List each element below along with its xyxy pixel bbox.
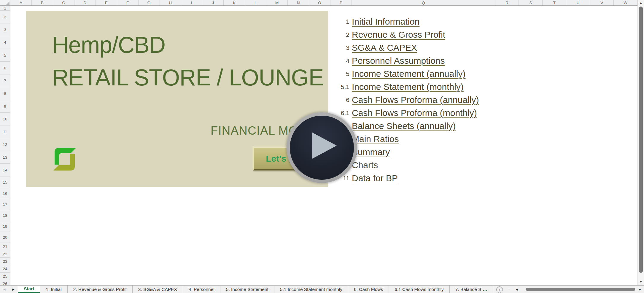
row-header-10[interactable]: 10 (0, 113, 10, 125)
toc-row: 11Data for BP (332, 172, 479, 185)
column-header-C[interactable]: C (53, 0, 74, 5)
column-header-F[interactable]: F (117, 0, 139, 5)
toc-link-1[interactable]: Revenue & Gross Profit (352, 30, 445, 40)
toc-number: 5.1 (332, 83, 349, 90)
column-header-U[interactable]: U (566, 0, 590, 5)
row-header-11[interactable]: 11 (0, 125, 10, 138)
column-header-G[interactable]: G (139, 0, 160, 5)
row-header-17[interactable]: 17 (0, 199, 10, 210)
row-header-5[interactable]: 5 (0, 49, 10, 62)
sheet-tab-2-revenue-gross-profit[interactable]: 2. Revenue & Gross Profit (68, 286, 133, 293)
column-header-O[interactable]: O (309, 0, 330, 5)
toc-link-10[interactable]: Summary (352, 147, 390, 157)
column-header-A[interactable]: A (10, 0, 32, 5)
row-header-20[interactable]: 20 (0, 232, 10, 243)
sheet-tab-4-personnel[interactable]: 4. Personnel (183, 286, 220, 293)
row-header-16[interactable]: 16 (0, 188, 10, 199)
row-header-4[interactable]: 4 (0, 36, 10, 49)
toc-link-3[interactable]: Personnel Assumptions (352, 56, 445, 66)
column-header-R[interactable]: R (495, 0, 519, 5)
add-sheet-button[interactable]: + (496, 286, 503, 293)
row-header-12[interactable]: 12 (0, 138, 10, 151)
toc-link-12[interactable]: Data for BP (352, 173, 398, 183)
row-header-18[interactable]: 18 (0, 210, 10, 221)
row-header-26[interactable]: 26 (0, 280, 10, 285)
horizontal-scrollbar-track[interactable] (521, 286, 635, 293)
row-header-8[interactable]: 8 (0, 87, 10, 100)
row-header-25[interactable]: 25 (0, 273, 10, 280)
horizontal-scrollbar[interactable]: ◄ ► (513, 286, 644, 293)
toc-link-11[interactable]: Charts (352, 160, 378, 170)
toc-link-2[interactable]: SG&A & CAPEX (352, 43, 417, 53)
toc-row: 2Revenue & Gross Profit (332, 28, 479, 41)
row-header-3[interactable]: 3 (0, 23, 10, 36)
row-header-9[interactable]: 9 (0, 100, 10, 113)
toc-link-0[interactable]: Initial Information (352, 17, 419, 27)
scroll-up-icon[interactable]: ▲ (638, 1, 644, 4)
tab-scroll-left-icon[interactable]: ◄ (0, 286, 9, 293)
select-all-corner[interactable] (0, 0, 10, 5)
row-header-7[interactable]: 7 (0, 74, 10, 87)
row-header-13[interactable]: 13 (0, 151, 10, 164)
toc-link-8[interactable]: Balance Sheets (annually) (352, 121, 456, 131)
row-header-23[interactable]: 23 (0, 258, 10, 265)
sheet-tab-start[interactable]: Start (18, 286, 40, 293)
row-header-19[interactable]: 19 (0, 221, 10, 232)
vertical-scrollbar-thumb[interactable] (639, 7, 643, 273)
column-header-L[interactable]: L (245, 0, 266, 5)
column-header-E[interactable]: E (96, 0, 117, 5)
toc-link-4[interactable]: Income Statement (annually) (352, 69, 466, 79)
hscroll-left-icon[interactable]: ◄ (515, 287, 519, 292)
toc-link-9[interactable]: Main Ratios (352, 134, 399, 144)
column-header-row: ABCDEFGHIJKLMNOPQRSTUVW (0, 0, 637, 6)
column-header-S[interactable]: S (519, 0, 543, 5)
row-header-21[interactable]: 21 (0, 243, 10, 250)
column-header-Q[interactable]: Q (352, 0, 495, 5)
toc-link-7[interactable]: Cash Flows Proforma (monthly) (352, 108, 477, 118)
column-header-V[interactable]: V (590, 0, 614, 5)
toc-row: 5Income Statement (annually) (332, 67, 479, 80)
row-header-24[interactable]: 24 (0, 265, 10, 273)
row-header-6[interactable]: 6 (0, 62, 10, 74)
row-header-22[interactable]: 22 (0, 250, 10, 258)
sheet-tab-label: 6.1 Cash Flows monthly (395, 287, 443, 292)
column-header-M[interactable]: M (266, 0, 288, 5)
row-header-15[interactable]: 15 (0, 176, 10, 188)
sheet-tab-5-1-income-statement-monthly[interactable]: 5.1 Income Statement monthly (274, 286, 348, 293)
toc-link-5[interactable]: Income Statement (monthly) (352, 82, 464, 92)
row-header-1[interactable]: 1 (0, 6, 10, 11)
toc-number: 1 (332, 18, 349, 25)
column-header-P[interactable]: P (330, 0, 352, 5)
hscroll-right-icon[interactable]: ► (638, 287, 642, 292)
column-header-K[interactable]: K (224, 0, 245, 5)
column-header-D[interactable]: D (74, 0, 96, 5)
column-header-J[interactable]: J (202, 0, 224, 5)
toc-row: 3SG&A & CAPEX (332, 41, 479, 54)
sheet-tab-5-income-statement[interactable]: 5. Income Statement (220, 286, 274, 293)
banner-title: Hemp/CBD RETAIL STORE / LOUNGE (52, 28, 324, 94)
row-header-14[interactable]: 14 (0, 164, 10, 176)
scroll-down-icon[interactable]: ▼ (638, 280, 644, 284)
toc-number: 4 (332, 57, 349, 64)
toc-link-6[interactable]: Cash Flows Proforma (annually) (352, 95, 479, 105)
column-header-B[interactable]: B (32, 0, 53, 5)
toc-row: 1Initial Information (332, 15, 479, 28)
video-play-overlay[interactable] (287, 112, 357, 183)
vertical-scrollbar[interactable]: ▲ ▼ (637, 0, 644, 285)
sheet-tab-3-sg-a-capex[interactable]: 3. SG&A & CAPEX (133, 286, 183, 293)
sheet-tab-6-cash-flows[interactable]: 6. Cash Flows (348, 286, 389, 293)
column-header-N[interactable]: N (288, 0, 309, 5)
column-header-I[interactable]: I (181, 0, 202, 5)
toc-number: 2 (332, 31, 349, 38)
row-header-2[interactable]: 2 (0, 11, 10, 23)
tab-scroll-right-icon[interactable]: ► (9, 286, 18, 293)
column-header-H[interactable]: H (160, 0, 181, 5)
sheet-tab-6-1-cash-flows-monthly[interactable]: 6.1 Cash Flows monthly (389, 286, 449, 293)
horizontal-scrollbar-thumb[interactable] (526, 288, 635, 291)
column-header-W[interactable]: W (614, 0, 637, 5)
sheet-tab-7-balance-s[interactable]: 7. Balance S... (450, 286, 494, 293)
sheet-tab-bar: ◄ ► Start1. Initial2. Revenue & Gross Pr… (0, 285, 644, 293)
sheet-tabs: Start1. Initial2. Revenue & Gross Profit… (18, 286, 493, 293)
sheet-tab-1-initial[interactable]: 1. Initial (40, 286, 67, 293)
column-header-T[interactable]: T (543, 0, 566, 5)
